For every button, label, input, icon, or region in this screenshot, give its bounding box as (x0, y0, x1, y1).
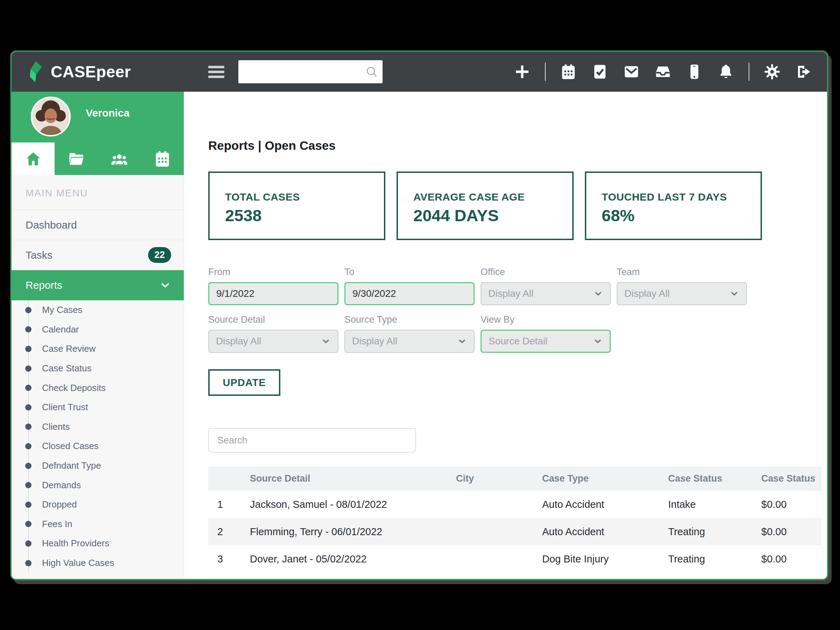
settings-gear-icon[interactable] (763, 63, 781, 81)
submenu-item-high-value-cases[interactable]: High Value Cases (11, 553, 184, 573)
filter-team: Team Display All (617, 267, 747, 305)
divider (545, 63, 546, 81)
chevron-down-icon (593, 336, 603, 346)
filter-office: Office Display All (480, 267, 611, 305)
table-search-input[interactable] (208, 428, 416, 453)
view-by-select[interactable]: Source Detail (480, 330, 611, 353)
logout-icon[interactable] (795, 63, 812, 81)
stat-card-average-case-age: AVERAGE CASE AGE 2044 DAYS (396, 172, 574, 240)
col-header-source-detail: Source Detail (250, 467, 456, 491)
user-avatar (31, 96, 71, 136)
page-title: Reports | Open Cases (208, 139, 827, 153)
to-date-input[interactable] (344, 282, 475, 305)
tasks-count-badge: 22 (148, 247, 171, 263)
global-search-input[interactable] (238, 60, 382, 83)
open-cases-table: Source Detail City Case Type Case Status… (208, 467, 821, 573)
sidebar-item-dashboard[interactable]: Dashboard (11, 210, 184, 240)
submenu-item-clients[interactable]: Clients (11, 417, 184, 437)
submenu-item-dropped[interactable]: Dropped (11, 495, 184, 515)
submenu-item-closed-cases[interactable]: Closed Cases (11, 436, 184, 456)
stat-card-total-cases: TOTAL CASES 2538 (208, 172, 385, 240)
filter-from: From (208, 267, 338, 305)
search-icon (365, 65, 378, 78)
col-header-case-status-2: Case Status (761, 467, 821, 491)
tab-cases[interactable] (55, 142, 98, 175)
divider (748, 63, 749, 81)
home-icon (25, 150, 42, 167)
col-header-number (208, 467, 250, 491)
table-header-row: Source Detail City Case Type Case Status… (208, 467, 821, 491)
stat-card-touched-last-7-days: TOUCHED LAST 7 DAYS 68% (585, 172, 762, 240)
office-select[interactable]: Display All (480, 282, 611, 305)
filter-view-by: View By Source Detail (480, 314, 611, 353)
chevron-down-icon (729, 289, 739, 298)
submenu-item-demands[interactable]: Demands (11, 475, 184, 495)
submenu-item-case-status[interactable]: Case Status (11, 359, 184, 378)
submenu-item-defndant-type[interactable]: Defndant Type (11, 456, 184, 476)
mail-icon[interactable] (623, 63, 640, 81)
tab-calendar[interactable] (141, 142, 184, 175)
col-header-city: City (456, 467, 542, 491)
submenu-item-health-providers[interactable]: Health Providers (11, 534, 184, 553)
source-type-select[interactable]: Display All (344, 330, 475, 353)
brand-name: CASEpeer (51, 62, 131, 81)
filter-source-type: Source Type Display All (344, 314, 475, 353)
calendar-icon (154, 150, 171, 167)
chevron-down-icon (159, 279, 171, 291)
calendar-icon[interactable] (560, 63, 577, 81)
stat-cards: TOTAL CASES 2538 AVERAGE CASE AGE 2044 D… (208, 172, 827, 240)
casepeer-gem-icon (26, 61, 45, 83)
inbox-icon[interactable] (654, 63, 672, 81)
main-content: Reports | Open Cases TOTAL CASES 2538 AV… (185, 92, 827, 579)
sidebar-item-tasks[interactable]: Tasks 22 (11, 240, 184, 270)
users-icon (111, 150, 128, 167)
col-header-case-status: Case Status (668, 467, 761, 491)
report-filters: From To Office Display All Team (208, 267, 827, 353)
app-window: CASEpeer (11, 51, 828, 580)
reports-submenu: My Cases Calendar Case Review Case Statu… (11, 300, 184, 573)
submenu-item-case-review[interactable]: Case Review (11, 339, 184, 359)
sidebar-item-reports[interactable]: Reports (11, 270, 184, 300)
topbar-icon-group (513, 52, 812, 92)
team-select[interactable]: Display All (617, 282, 747, 305)
table-row[interactable]: 2 Flemming, Terry - 06/01/2022 Auto Acci… (208, 518, 821, 545)
filter-source-detail: Source Detail Display All (208, 314, 338, 353)
tasks-check-icon[interactable] (591, 63, 609, 81)
submenu-item-fees-in[interactable]: Fees In (11, 515, 184, 534)
update-button[interactable]: UPDATE (208, 369, 280, 396)
brand-logo: CASEpeer (26, 52, 131, 92)
user-profile[interactable]: Veronica (11, 92, 184, 142)
main-menu-heading: MAIN MENU (11, 175, 184, 210)
tab-home[interactable] (11, 142, 55, 175)
submenu-item-client-trust[interactable]: Client Trust (11, 398, 184, 417)
sidebar-menu: Dashboard Tasks 22 Reports My Cases Cale… (11, 210, 184, 573)
sidebar: Veronica (11, 92, 184, 579)
top-bar: CASEpeer (11, 52, 827, 92)
sidebar-icon-tabs (11, 142, 184, 175)
folder-icon (68, 150, 85, 167)
mobile-icon[interactable] (686, 63, 703, 81)
menu-toggle-icon[interactable] (208, 62, 225, 81)
desktop-background: CASEpeer (0, 0, 840, 630)
tab-contacts[interactable] (98, 142, 141, 175)
global-search (238, 60, 382, 83)
col-header-case-type: Case Type (542, 467, 668, 491)
source-detail-select[interactable]: Display All (208, 330, 338, 353)
submenu-item-my-cases[interactable]: My Cases (11, 300, 184, 320)
filter-to: To (344, 267, 475, 305)
notifications-bell-icon[interactable] (717, 63, 735, 81)
add-new-icon[interactable] (513, 63, 531, 81)
submenu-item-calendar[interactable]: Calendar (11, 320, 184, 339)
table-row[interactable]: 3 Dover, Janet - 05/02/2022 Dog Bite Inj… (208, 545, 821, 573)
table-row[interactable]: 1 Jackson, Samuel - 08/01/2022 Auto Acci… (208, 491, 821, 518)
submenu-item-check-deposits[interactable]: Check Deposits (11, 378, 184, 398)
chevron-down-icon (593, 289, 603, 298)
user-name: Veronica (86, 107, 129, 119)
chevron-down-icon (321, 336, 331, 346)
chevron-down-icon (457, 336, 467, 346)
from-date-input[interactable] (208, 282, 338, 305)
